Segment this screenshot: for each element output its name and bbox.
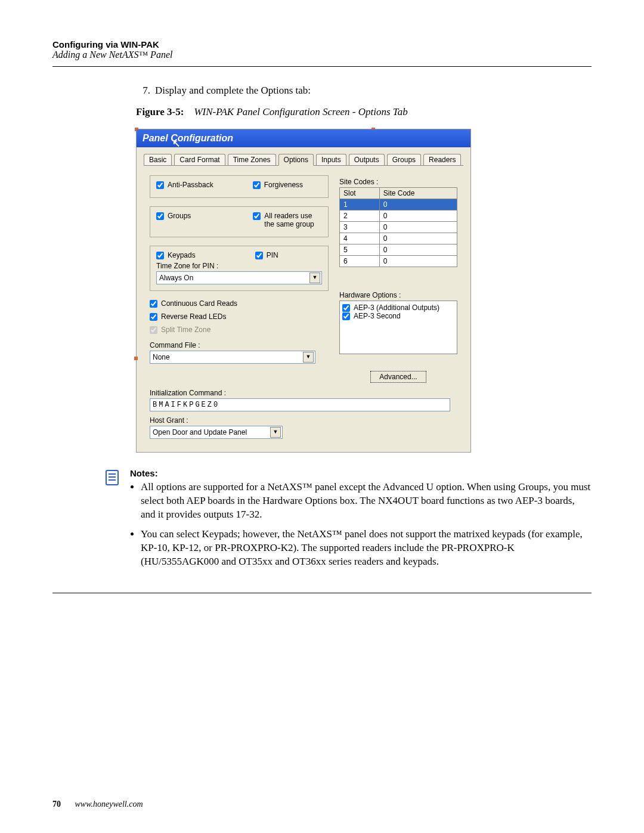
group-passback: Anti-Passback Forgiveness	[150, 175, 329, 198]
group-groups: Groups All readers use the same group	[150, 206, 329, 237]
hostgrant-label: Host Grant :	[150, 416, 457, 425]
cb-reverse[interactable]: Reverse Read LEDs	[150, 312, 329, 321]
tab-outputs[interactable]: Outputs	[349, 154, 385, 165]
cb-groups[interactable]: Groups	[156, 212, 191, 228]
cb-all-readers[interactable]: All readers use the same group	[253, 212, 322, 228]
cb-continuous[interactable]: Continuous Card Reads	[150, 299, 329, 308]
step-7: 7. Display and complete the Options tab:	[136, 85, 592, 97]
page-number: 70	[52, 800, 61, 809]
tab-basic[interactable]: Basic	[144, 154, 172, 165]
note-item: You can select Keypads; however, the Net…	[141, 528, 592, 569]
sitecodes-col-code: Site Code	[379, 188, 457, 199]
tab-strip: BasicCard FormatTime ZonesOptionsInputsO…	[137, 147, 470, 165]
cb-split-tz: Split Time Zone	[150, 326, 329, 334]
crop-handle	[134, 357, 138, 360]
chevron-down-icon: ▼	[309, 272, 320, 283]
chevron-down-icon: ▼	[270, 427, 281, 438]
chevron-down-icon: ▼	[303, 352, 314, 363]
sitecodes-label: Site Codes :	[339, 178, 457, 186]
figure-caption: Figure 3-5: WIN-PAK Panel Configuration …	[136, 106, 592, 118]
notes-list: All options are supported for a NetAXS™ …	[130, 481, 592, 569]
cmdfile-value: None	[153, 353, 170, 361]
tab-time-zones[interactable]: Time Zones	[228, 154, 276, 165]
hostgrant-select[interactable]: Open Door and Update Panel ▼	[150, 426, 283, 439]
titlebar[interactable]: Panel Configuration ↖	[137, 129, 470, 147]
step-number: 7.	[136, 85, 155, 97]
note-icon	[103, 468, 122, 490]
header-section: Configuring via WIN-PAK	[52, 39, 592, 49]
figure-label: Figure 3-5:	[136, 106, 184, 117]
tz-pin-label: Time Zone for PIN :	[156, 262, 322, 270]
figure-title: WIN-PAK Panel Configuration Screen - Opt…	[194, 106, 407, 117]
table-row[interactable]: 60	[340, 256, 457, 267]
panel-config-dialog: Panel Configuration ↖ BasicCard FormatTi…	[136, 129, 471, 453]
header-subsection: Adding a New NetAXS™ Panel	[52, 49, 592, 60]
tz-pin-select[interactable]: Always On ▼	[156, 271, 322, 284]
table-row[interactable]: 20	[340, 210, 457, 222]
cb-keypads[interactable]: Keypads	[156, 251, 196, 259]
hw-options-list[interactable]: AEP-3 (Additional Outputs)AEP-3 Second	[339, 301, 457, 354]
tab-readers[interactable]: Readers	[423, 154, 461, 165]
window-title: Panel Configuration	[143, 133, 233, 143]
cb-anti-passback[interactable]: Anti-Passback	[156, 181, 213, 189]
hw-option[interactable]: AEP-3 Second	[342, 312, 454, 320]
group-keypads: Keypads PIN Time Zone for PIN : Always O…	[150, 246, 329, 291]
tab-inputs[interactable]: Inputs	[316, 154, 346, 165]
table-row[interactable]: 30	[340, 222, 457, 233]
sitecodes-table[interactable]: Slot Site Code 102030405060	[339, 187, 457, 267]
page-footer: 70 www.honeywell.com	[52, 800, 143, 809]
initcmd-input[interactable]: BMAIFKPGEZ0	[150, 398, 450, 411]
cmdfile-label: Command File :	[150, 341, 329, 349]
hw-option[interactable]: AEP-3 (Additional Outputs)	[342, 304, 454, 312]
table-row[interactable]: 40	[340, 233, 457, 244]
cb-forgiveness[interactable]: Forgiveness	[253, 181, 303, 189]
header-rule	[52, 66, 592, 67]
cb-pin[interactable]: PIN	[255, 251, 278, 259]
tab-options[interactable]: Options	[278, 154, 314, 166]
footer-rule	[52, 593, 592, 593]
table-row[interactable]: 50	[340, 244, 457, 256]
table-row[interactable]: 10	[340, 199, 457, 210]
step-text: Display and complete the Options tab:	[155, 85, 592, 97]
running-header: Configuring via WIN-PAK Adding a New Net…	[52, 39, 592, 60]
advanced-button[interactable]: Advanced...	[370, 371, 426, 383]
note-item: All options are supported for a NetAXS™ …	[141, 481, 592, 522]
initcmd-label: Initialization Command :	[150, 389, 457, 397]
footer-url: www.honeywell.com	[75, 800, 143, 809]
hostgrant-value: Open Door and Update Panel	[153, 428, 247, 436]
cmdfile-select[interactable]: None ▼	[150, 351, 315, 364]
sitecodes-col-slot: Slot	[340, 188, 380, 199]
tab-card-format[interactable]: Card Format	[174, 154, 225, 165]
tab-groups[interactable]: Groups	[387, 154, 421, 165]
hw-label: Hardware Options :	[339, 291, 457, 299]
tz-pin-value: Always On	[159, 274, 193, 282]
notes-heading: Notes:	[130, 468, 592, 478]
